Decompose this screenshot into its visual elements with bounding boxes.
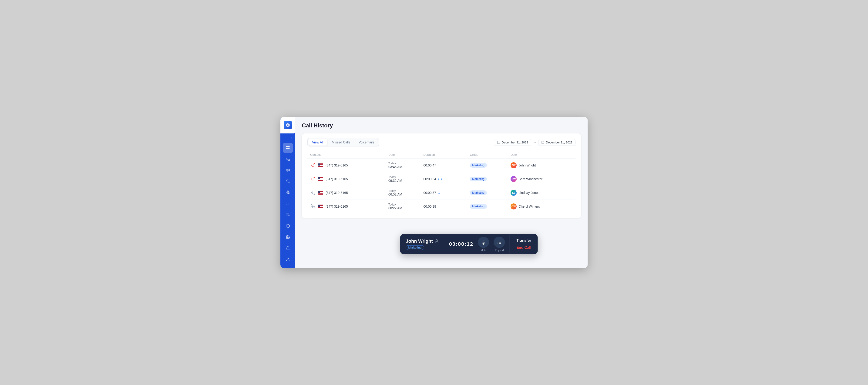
call-table: Contact Date Duration Group User [307,151,576,213]
svg-point-23 [287,258,288,259]
cell-group: Marketing [467,200,508,213]
cell-group: Marketing [467,159,508,172]
sidebar-item-users[interactable] [283,176,293,186]
col-header-contact: Contact [307,151,385,159]
missed-icon [310,176,316,182]
svg-point-40 [498,242,498,243]
table-row[interactable]: (347) 319-5165 Today 09:32 AM 00:00:34 ⏵… [307,172,576,186]
table-row[interactable]: (347) 319-5165 Today 03:45 AM 00:00:47 M… [307,159,576,172]
calendar-end-icon [541,141,545,144]
sidebar-expand-btn[interactable]: » [280,134,295,142]
svg-rect-1 [286,146,288,147]
call-bar-collapse-btn[interactable]: ∨ [466,252,472,254]
outgoing-call-icon [311,204,315,209]
sidebar-item-profile[interactable] [283,254,293,265]
transfer-button[interactable]: Transfer [516,239,531,243]
cell-group: Marketing [467,172,508,186]
table-row[interactable]: (347) 319-5165 Today 08:22 AM 00:00:38 M… [307,200,576,213]
svg-rect-3 [286,148,288,149]
calendar-icon [497,141,500,144]
table-row[interactable]: (347) 319-5165 Today 06:52 AM 00:00:57 ⊙… [307,186,576,200]
mute-button[interactable]: Mute [478,237,489,251]
cell-duration: 00:00:57 ⊙ [421,186,467,200]
missed-icon [310,163,316,168]
keypad-button[interactable]: Keypad [494,237,505,251]
mute-label: Mute [481,249,486,251]
cell-date: Today 03:45 AM [385,159,421,172]
group-badge: Marketing [470,190,487,195]
keypad-label: Keypad [495,249,503,251]
sidebar-item-analytics[interactable] [283,199,293,209]
svg-point-0 [287,125,288,126]
end-call-button[interactable]: End Call [516,246,531,250]
user-name: Lindsay Jones [519,191,539,195]
sidebar-item-phone[interactable] [283,154,293,164]
keypad-circle[interactable] [494,237,505,248]
outgoing-icon [310,190,316,196]
phone-number: (347) 319-5165 [326,191,348,195]
svg-point-45 [501,243,501,244]
svg-rect-2 [288,146,290,147]
cell-user: SW Sam Winchester [508,172,576,186]
phone-number: (347) 319-5165 [326,164,348,167]
group-badge: Marketing [470,177,487,181]
user-name: John Wright [519,164,536,167]
caller-person-icon [435,239,439,243]
date-start-input[interactable]: December 31, 2023 [494,139,531,146]
svg-point-22 [287,237,288,238]
date-label: Today [389,176,418,179]
sidebar-nav [280,142,295,221]
cell-contact: (347) 319-5165 [307,159,385,172]
sidebar-item-notifications[interactable] [283,243,293,253]
voicemail-icon: ⏵⏵ [437,177,443,181]
call-bar-actions: Transfer End Call [510,234,538,254]
cell-user: CW Cheryl Winters [508,200,576,213]
filters-row: View All Missed Calls Voicemails Decembe… [307,138,576,146]
cell-duration: 00:00:47 [421,159,467,172]
tab-missed-calls[interactable]: Missed Calls [328,139,354,145]
svg-point-43 [498,243,498,244]
col-header-user: User [508,151,576,159]
user-avatar: SW [510,176,517,182]
date-label: Today [389,203,418,206]
svg-point-44 [499,243,500,244]
sidebar-item-info[interactable] [283,221,293,231]
phone-number: (347) 319-5165 [326,177,348,181]
tab-view-all[interactable]: View All [308,139,327,145]
app-window: » [280,117,588,268]
svg-rect-9 [287,193,288,194]
mic-icon [481,240,486,245]
duration-value: 00:00:47 [423,164,436,167]
svg-marker-5 [286,169,288,172]
sidebar-item-megaphone[interactable] [283,165,293,175]
tab-voicemails[interactable]: Voicemails [355,139,378,145]
flag-us-icon [318,191,323,195]
mute-circle[interactable] [478,237,489,248]
svg-rect-24 [497,141,500,144]
date-label: Today [389,162,418,165]
sidebar-item-settings[interactable] [283,232,293,242]
cell-duration: 00:00:38 [421,200,467,213]
sidebar-item-hierarchy[interactable] [283,187,293,198]
flag-us-icon [318,177,323,181]
phone-number: (347) 319-5165 [326,205,348,208]
date-end-value: December 31, 2023 [546,141,572,144]
time-label: 06:52 AM [389,193,418,196]
svg-point-17 [288,215,289,216]
tab-group: View All Missed Calls Voicemails [307,138,379,146]
cell-user: JW John Wright [508,159,576,172]
time-label: 08:22 AM [389,206,418,210]
date-end-input[interactable]: December 31, 2023 [538,139,576,146]
cell-contact: (347) 319-5165 [307,186,385,200]
sidebar-item-tools[interactable] [283,210,293,220]
cell-contact: (347) 319-5165 [307,172,385,186]
date-arrow: → [533,140,536,144]
flag-us-icon [318,205,323,208]
svg-point-37 [498,241,498,241]
call-bar-controls: 00:00:12 Mute [444,237,509,251]
svg-rect-7 [287,191,288,192]
col-header-duration: Duration [421,151,467,159]
sidebar-item-calls[interactable] [283,143,293,153]
svg-point-6 [287,180,288,181]
play-icon: ⊙ [437,190,440,195]
